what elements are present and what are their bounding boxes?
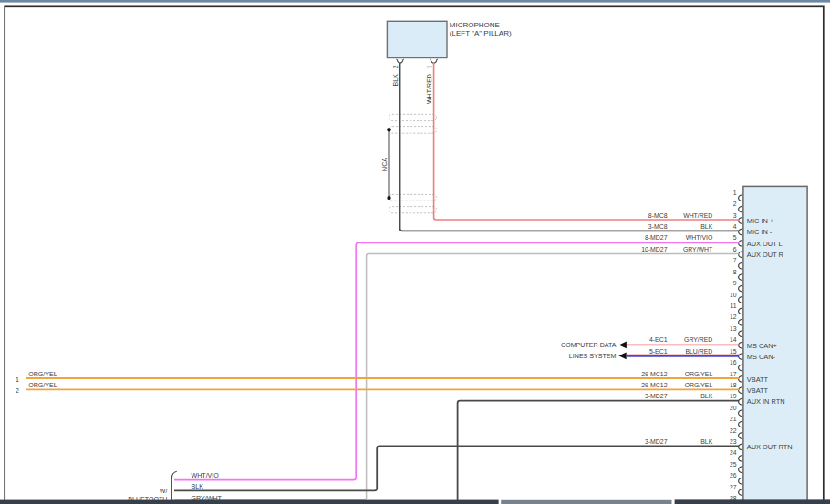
svg-text:13: 13 (730, 325, 737, 332)
svg-text:BLK: BLK (700, 223, 712, 230)
svg-text:GRY/RED: GRY/RED (684, 336, 712, 343)
svg-text:MS CAN-: MS CAN- (747, 353, 776, 361)
svg-text:W/: W/ (160, 488, 168, 495)
svg-text:8-MC8: 8-MC8 (648, 212, 668, 219)
svg-text:1: 1 (16, 376, 19, 384)
svg-text:BLU/RED: BLU/RED (685, 348, 712, 355)
svg-text:23: 23 (730, 438, 737, 445)
svg-text:2: 2 (733, 201, 737, 207)
svg-text:AUX IN RTN: AUX IN RTN (747, 397, 785, 406)
svg-text:BLK: BLK (700, 438, 712, 445)
svg-text:ORG/YEL: ORG/YEL (685, 371, 713, 377)
svg-text:15: 15 (730, 348, 737, 355)
svg-text:BLK: BLK (700, 393, 712, 399)
svg-text:7: 7 (733, 257, 737, 263)
svg-text:2: 2 (392, 65, 399, 68)
svg-text:10-MD27: 10-MD27 (641, 246, 668, 252)
svg-text:WHT/RED: WHT/RED (426, 74, 433, 104)
svg-text:25: 25 (730, 461, 737, 468)
svg-text:24: 24 (730, 449, 737, 456)
svg-text:14: 14 (730, 336, 737, 343)
svg-text:COMPUTER DATA: COMPUTER DATA (561, 342, 617, 349)
svg-text:ORG/YEL: ORG/YEL (685, 382, 713, 388)
svg-text:21: 21 (730, 416, 737, 422)
svg-text:29-MC12: 29-MC12 (641, 382, 668, 388)
svg-text:1: 1 (733, 190, 737, 196)
svg-text:AUX OUT RTN: AUX OUT RTN (747, 443, 793, 451)
svg-text:19: 19 (730, 393, 737, 399)
svg-text:VBATT: VBATT (747, 386, 769, 395)
svg-text:9: 9 (733, 280, 737, 286)
svg-text:22: 22 (730, 427, 737, 434)
svg-text:MICROPHONE: MICROPHONE (450, 21, 500, 29)
svg-text:ORG/YEL: ORG/YEL (28, 382, 57, 389)
svg-text:WHT/VIO: WHT/VIO (686, 234, 713, 241)
svg-text:AUX OUT L: AUX OUT L (747, 240, 783, 248)
svg-text:10: 10 (730, 292, 737, 298)
svg-text:BLK: BLK (392, 74, 399, 87)
svg-text:BLK: BLK (192, 483, 204, 490)
svg-text:WHT/RED: WHT/RED (683, 212, 712, 219)
svg-text:17: 17 (730, 371, 737, 377)
svg-text:MIC IN +: MIC IN + (747, 217, 773, 225)
svg-text:(LEFT "A" PILLAR): (LEFT "A" PILLAR) (450, 29, 512, 37)
svg-text:6: 6 (733, 246, 737, 252)
svg-text:18: 18 (730, 382, 737, 388)
svg-text:MIC IN -: MIC IN - (747, 228, 773, 236)
svg-text:4-EC1: 4-EC1 (649, 336, 668, 343)
svg-text:12: 12 (730, 314, 737, 320)
svg-text:27: 27 (730, 484, 737, 490)
svg-text:4: 4 (733, 223, 737, 230)
svg-text:VBATT: VBATT (747, 375, 769, 384)
svg-text:8: 8 (733, 269, 737, 275)
svg-text:29-MC12: 29-MC12 (641, 371, 668, 377)
svg-text:26: 26 (730, 472, 737, 478)
svg-text:20: 20 (730, 405, 737, 411)
svg-text:11: 11 (731, 303, 737, 309)
svg-text:3: 3 (733, 212, 737, 219)
svg-text:1: 1 (426, 65, 433, 68)
svg-text:WHT/VIO: WHT/VIO (192, 472, 220, 479)
svg-text:NCA: NCA (381, 158, 389, 171)
svg-text:ORG/YEL: ORG/YEL (28, 371, 57, 378)
svg-text:5: 5 (733, 234, 737, 241)
svg-text:5-EC1: 5-EC1 (649, 348, 668, 355)
svg-text:16: 16 (730, 359, 737, 365)
svg-text:AUX OUT R: AUX OUT R (747, 251, 783, 259)
svg-text:8-MD27: 8-MD27 (645, 234, 668, 241)
svg-text:MS CAN+: MS CAN+ (747, 342, 777, 350)
svg-text:2: 2 (16, 387, 19, 395)
svg-text:3-MC8: 3-MC8 (648, 223, 668, 230)
svg-text:LINES SYSTEM: LINES SYSTEM (569, 353, 617, 360)
svg-text:3-MD27: 3-MD27 (645, 393, 668, 399)
svg-text:GRY/WHT: GRY/WHT (683, 246, 713, 252)
svg-text:3-MD27: 3-MD27 (645, 438, 668, 445)
